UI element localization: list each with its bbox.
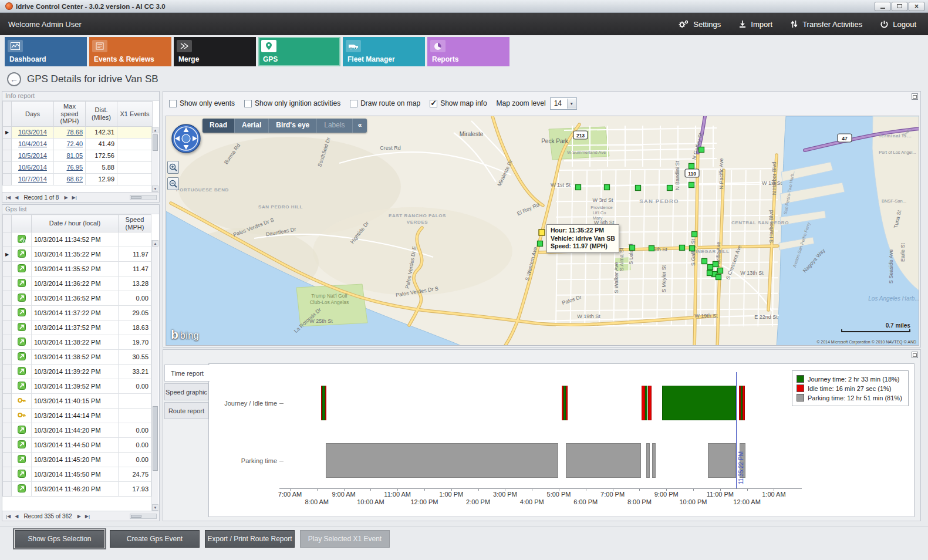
- gps-marker[interactable]: [667, 185, 673, 191]
- selected-gps-marker[interactable]: [539, 230, 545, 235]
- topbar-settings-button[interactable]: Settings: [677, 19, 721, 29]
- gps-marker[interactable]: [636, 185, 641, 191]
- checkbox-box-icon[interactable]: [244, 100, 252, 107]
- info-report-row[interactable]: 10/4/201472.4041.49: [3, 138, 153, 150]
- map-style-tab-road[interactable]: Road: [203, 119, 235, 133]
- gps-list-row[interactable]: 10/3/2014 11:39:22 PM33.21: [3, 365, 151, 379]
- gps-list-row[interactable]: 10/3/2014 11:37:22 PM29.05: [3, 306, 151, 321]
- next-page-icon[interactable]: ▶: [63, 195, 69, 200]
- max-speed-link[interactable]: 81.05: [66, 152, 83, 159]
- pager-scrollbar[interactable]: [130, 514, 157, 519]
- checkbox-show-only-events[interactable]: Show only events: [169, 99, 235, 107]
- scroll-up-icon[interactable]: ▲: [152, 127, 158, 133]
- info-report-row[interactable]: 10/6/201476.955.88: [3, 161, 153, 173]
- max-speed-link[interactable]: 72.40: [66, 140, 83, 147]
- gps-list-row[interactable]: 10/3/2014 11:37:52 PM18.63: [3, 321, 151, 335]
- gps-marker[interactable]: [718, 268, 723, 274]
- info-column-header[interactable]: Days: [12, 102, 54, 127]
- day-link[interactable]: 10/4/2014: [18, 140, 47, 147]
- gps-marker[interactable]: [713, 262, 718, 267]
- gps-list-row[interactable]: 10/3/2014 11:36:22 PM13.28: [3, 276, 151, 291]
- module-tab-gps[interactable]: GPS: [258, 37, 340, 66]
- gps-marker[interactable]: [702, 259, 707, 264]
- prev-page-icon[interactable]: ◀: [14, 514, 19, 519]
- gps-list-row[interactable]: 10/3/2014 11:35:52 PM11.47: [3, 262, 151, 276]
- scroll-up-icon[interactable]: ▲: [152, 240, 158, 247]
- map-tabs-collapse-icon[interactable]: «: [353, 119, 367, 133]
- chevron-down-icon[interactable]: ▼: [567, 99, 576, 109]
- gps-marker[interactable]: [576, 185, 581, 190]
- day-link[interactable]: 10/7/2014: [18, 176, 47, 183]
- map-style-tab-aerial[interactable]: Aerial: [235, 119, 269, 133]
- gps-marker[interactable]: [692, 232, 697, 237]
- create-gps-event-button[interactable]: Create Gps Event: [110, 530, 200, 548]
- gps-list-scrollbar[interactable]: ▲ ▼: [151, 240, 158, 511]
- minimize-button[interactable]: [875, 2, 890, 11]
- topbar-transfer-activities-button[interactable]: Transfer Activities: [790, 20, 862, 29]
- gps-marker[interactable]: [708, 265, 713, 270]
- module-tab-merge[interactable]: Merge: [174, 37, 256, 66]
- gps-column-header[interactable]: Date / hour (local): [32, 215, 119, 232]
- first-page-icon[interactable]: |◀: [5, 195, 12, 200]
- gps-list-row[interactable]: 10/3/2014 11:39:52 PM0.00: [3, 379, 151, 394]
- gps-list-row[interactable]: 10/3/2014 11:34:52 PM: [3, 232, 151, 247]
- checkbox-show-only-ignition-activities[interactable]: Show only ignition activities: [244, 99, 340, 107]
- back-button[interactable]: ←: [7, 72, 21, 86]
- gps-list-row[interactable]: 10/3/2014 11:44:20 PM0.00: [3, 423, 151, 438]
- prev-page-icon[interactable]: ◀: [14, 195, 19, 200]
- gps-list-row[interactable]: 10/3/2014 11:45:20 PM0.00: [3, 453, 151, 467]
- map-zoom-out-button[interactable]: [167, 177, 179, 190]
- gps-marker[interactable]: [716, 275, 721, 280]
- gps-marker[interactable]: [689, 183, 694, 188]
- topbar-import-button[interactable]: Import: [738, 20, 772, 29]
- gps-list-row[interactable]: 10/3/2014 11:45:50 PM24.75: [3, 467, 151, 482]
- checkbox-box-icon[interactable]: [430, 100, 437, 107]
- gps-list-row[interactable]: 10/3/2014 11:44:50 PM0.00: [3, 438, 151, 453]
- info-report-row[interactable]: 10/5/201481.05172.56: [3, 150, 153, 161]
- first-page-icon[interactable]: |◀: [5, 514, 12, 519]
- maximize-button[interactable]: [892, 2, 907, 11]
- gps-list-row[interactable]: 10/3/2014 11:40:15 PM: [3, 394, 151, 409]
- gps-marker[interactable]: [538, 241, 543, 247]
- info-report-table[interactable]: DaysMax speed (MPH)Dist. (Miles)X1 Event…: [2, 101, 153, 185]
- gps-marker[interactable]: [690, 246, 695, 251]
- checkbox-draw-route-on-map[interactable]: Draw route on map: [350, 99, 420, 107]
- gps-list-row[interactable]: 10/3/2014 11:46:20 PM17.93: [3, 482, 151, 497]
- max-speed-link[interactable]: 68.62: [66, 176, 83, 183]
- info-column-header[interactable]: Dist. (Miles): [86, 102, 117, 127]
- max-speed-link[interactable]: 76.95: [66, 164, 83, 171]
- chart-panel-collapse-icon[interactable]: [912, 352, 918, 358]
- checkbox-show-map-info[interactable]: Show map info: [430, 99, 487, 107]
- last-page-icon[interactable]: ▶|: [71, 195, 78, 200]
- gps-list-row[interactable]: 10/3/2014 11:38:52 PM30.55: [3, 350, 151, 365]
- gps-marker[interactable]: [707, 271, 713, 276]
- gps-list-table[interactable]: Date / hour (local)Speed (MPH)10/3/2014 …: [2, 214, 151, 497]
- next-page-icon[interactable]: ▶: [76, 514, 82, 519]
- tab-speed-graphic[interactable]: Speed graphic: [164, 383, 208, 400]
- checkbox-box-icon[interactable]: [169, 100, 177, 107]
- pager-scrollbar[interactable]: [130, 195, 157, 200]
- scroll-down-icon[interactable]: ▼: [152, 185, 158, 192]
- close-button[interactable]: ×: [909, 2, 924, 11]
- export-print-route-report-button[interactable]: Export / Print Route Report: [205, 530, 295, 548]
- gps-column-header[interactable]: Speed (MPH): [119, 215, 151, 232]
- map-viewport[interactable]: 21311047 MiralestePeck ParkW Summerland …: [166, 116, 919, 346]
- last-page-icon[interactable]: ▶|: [84, 514, 91, 519]
- info-report-row[interactable]: ▶10/3/201478.68142.31: [3, 126, 153, 138]
- gps-list-row[interactable]: 10/3/2014 11:38:22 PM19.70: [3, 335, 151, 350]
- map-zoom-level-select[interactable]: 14 ▼: [550, 97, 577, 110]
- module-tab-dashboard[interactable]: Dashboard: [5, 37, 87, 66]
- scroll-down-icon[interactable]: ▼: [152, 504, 158, 511]
- gps-list-row[interactable]: 10/3/2014 11:44:14 PM: [3, 409, 151, 423]
- gps-list-row[interactable]: 10/3/2014 11:36:52 PM0.00: [3, 291, 151, 306]
- map-panel-collapse-icon[interactable]: [912, 93, 918, 100]
- module-tab-events-reviews[interactable]: Events & Reviews: [89, 37, 171, 66]
- gps-marker[interactable]: [689, 164, 694, 169]
- info-report-scrollbar[interactable]: ▲ ▼: [151, 127, 158, 192]
- gps-list-row[interactable]: ▶10/3/2014 11:35:22 PM11.97: [3, 247, 151, 262]
- gps-marker[interactable]: [680, 245, 685, 251]
- info-column-header[interactable]: X1 Events: [117, 102, 153, 127]
- map-style-tab-labels[interactable]: Labels: [317, 119, 352, 133]
- map-zoom-in-button[interactable]: [167, 161, 179, 174]
- max-speed-link[interactable]: 78.68: [66, 129, 83, 136]
